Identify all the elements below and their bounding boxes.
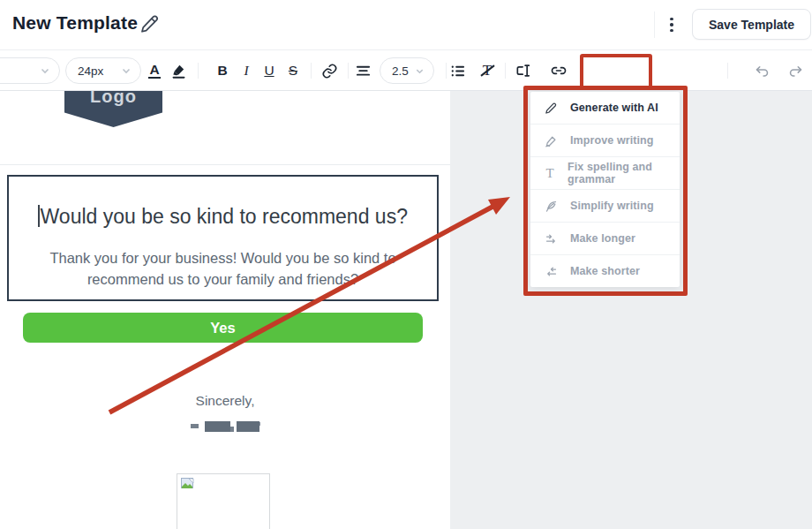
menu-item-make-shorter[interactable]: Make shorter <box>530 254 680 287</box>
merge-field-icon[interactable] <box>510 57 537 84</box>
anchor-link-icon[interactable] <box>545 57 572 84</box>
bullet-list-icon[interactable] <box>444 57 470 84</box>
undo-icon[interactable] <box>748 57 775 84</box>
yes-cta-button[interactable]: Yes <box>23 313 423 343</box>
menu-item-generate-with-ai[interactable]: Generate with AI <box>530 92 680 124</box>
top-header: New Template Save Template <box>0 0 812 50</box>
page-title: New Template <box>12 12 138 34</box>
kebab-menu-icon[interactable] <box>662 11 681 38</box>
toolbar-divider <box>311 63 312 79</box>
text-align-icon[interactable] <box>350 57 376 84</box>
email-closing[interactable]: Sincerely, <box>0 393 450 409</box>
toolbar-divider <box>505 63 506 79</box>
serif-t-icon: T <box>544 167 556 180</box>
bold-icon[interactable]: B <box>209 57 236 84</box>
email-heading[interactable]: Would you be so kind to recommend us? <box>9 205 437 229</box>
header-divider <box>654 11 655 38</box>
toolbar-divider <box>198 63 199 79</box>
broken-image-placeholder[interactable] <box>177 473 270 529</box>
line-height-select[interactable]: 2.5 <box>380 57 434 84</box>
email-body-text[interactable]: Thank you for your business! Would you b… <box>34 248 413 291</box>
menu-item-improve-writing[interactable]: Improve writing <box>530 124 680 156</box>
underline-icon[interactable]: U <box>256 57 282 84</box>
clear-formatting-icon[interactable]: T <box>474 57 500 84</box>
link-icon[interactable] <box>316 57 342 84</box>
selected-text-block[interactable]: Would you be so kind to recommend us? Th… <box>7 175 439 301</box>
font-size-value: 24px <box>78 64 103 78</box>
logo-text: Logo <box>90 87 137 127</box>
menu-item-make-longer[interactable]: Make longer <box>530 222 680 254</box>
highlight-color-icon[interactable] <box>165 57 192 84</box>
text-cursor <box>38 205 40 227</box>
toolbar-divider <box>348 63 349 79</box>
pen-icon <box>544 134 559 147</box>
line-height-value: 2.5 <box>392 64 409 78</box>
menu-item-simplify-writing[interactable]: Simplify writing <box>530 189 680 222</box>
edit-title-icon[interactable] <box>139 13 162 36</box>
pencil-icon <box>544 102 559 115</box>
arrow-left-icon <box>544 265 559 278</box>
broken-image-icon <box>181 478 194 489</box>
blurred-signature <box>0 421 450 432</box>
arrow-right-icon <box>544 232 559 246</box>
toolbar-divider <box>727 63 728 79</box>
section-divider <box>0 164 450 165</box>
font-size-select[interactable]: 24px <box>65 57 141 84</box>
save-template-button[interactable]: Save Template <box>692 9 811 40</box>
quill-icon <box>544 200 559 213</box>
menu-item-fix-spelling[interactable]: T Fix spelling and grammar <box>530 156 680 189</box>
font-family-select[interactable] <box>0 57 60 84</box>
redo-icon[interactable] <box>782 57 808 84</box>
strikethrough-icon[interactable]: S <box>280 57 306 84</box>
text-color-icon[interactable]: A <box>141 57 168 84</box>
email-canvas[interactable] <box>0 91 450 529</box>
formatting-toolbar: 24px A B I U S <box>0 50 812 91</box>
ai-dropdown-menu: Generate with AI Improve writing T Fix s… <box>530 92 680 287</box>
